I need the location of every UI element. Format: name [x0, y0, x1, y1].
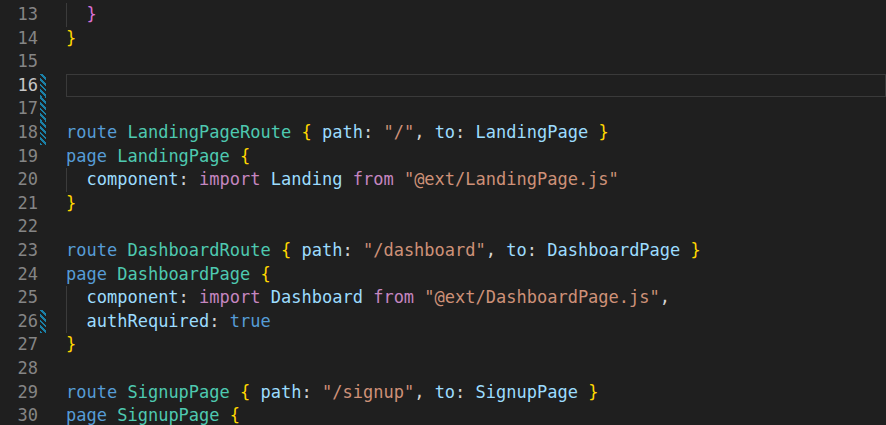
code-line-content[interactable]: }	[66, 333, 886, 357]
line-number[interactable]: 25	[0, 286, 38, 310]
code-line: 24page DashboardPage {	[0, 263, 886, 287]
code-line: 23route DashboardRoute { path: "/dashboa…	[0, 239, 886, 263]
code-token: LandingPageRoute	[127, 122, 291, 142]
line-number[interactable]: 26	[0, 310, 38, 334]
code-token	[189, 287, 199, 307]
line-number[interactable]: 13	[0, 3, 38, 27]
line-number[interactable]: 29	[0, 381, 38, 405]
code-line-content[interactable]	[66, 215, 886, 239]
code-line-content[interactable]: }	[66, 27, 886, 51]
code-token: route	[66, 122, 117, 142]
code-token: }	[691, 240, 701, 260]
code-token	[189, 169, 199, 189]
code-line: 21}	[0, 192, 886, 216]
code-line: 26 authRequired: true	[0, 310, 886, 334]
gutter-decoration	[38, 97, 66, 121]
code-token: SignupPage	[476, 382, 578, 402]
code-token: import	[199, 287, 260, 307]
code-line-content[interactable]: component: import Dashboard from "@ext/D…	[66, 286, 886, 310]
code-line-content[interactable]: authRequired: true	[66, 310, 886, 334]
code-line-content[interactable]: page SignupPage {	[66, 404, 886, 425]
code-token: :	[179, 169, 189, 189]
code-token	[363, 287, 373, 307]
code-token: to	[506, 240, 526, 260]
code-line-content[interactable]: }	[66, 3, 886, 27]
code-line: 19page LandingPage {	[0, 145, 886, 169]
indent-guide-line	[66, 168, 67, 192]
code-token: }	[598, 122, 608, 142]
line-number[interactable]: 28	[0, 357, 38, 381]
line-number[interactable]: 23	[0, 239, 38, 263]
code-token	[680, 240, 690, 260]
code-token: true	[230, 311, 271, 331]
code-line-content[interactable]: route SignupPage { path: "/signup", to: …	[66, 381, 886, 405]
line-number[interactable]: 27	[0, 333, 38, 357]
code-line: 30page SignupPage {	[0, 404, 886, 425]
code-token: path	[261, 382, 302, 402]
code-token	[414, 287, 424, 307]
code-token	[394, 169, 404, 189]
line-number[interactable]: 22	[0, 215, 38, 239]
code-token: }	[86, 4, 96, 24]
code-token: :	[342, 240, 352, 260]
code-token: path	[322, 122, 363, 142]
code-token: "/signup"	[322, 382, 414, 402]
modified-line-indicator	[40, 74, 46, 98]
code-token: from	[373, 287, 414, 307]
code-token: :	[455, 382, 465, 402]
code-line-content[interactable]: component: import Landing from "@ext/Lan…	[66, 168, 886, 192]
code-line-content[interactable]: page DashboardPage {	[66, 263, 886, 287]
code-line-content[interactable]	[66, 50, 886, 74]
code-token	[496, 240, 506, 260]
line-number[interactable]: 19	[0, 145, 38, 169]
code-token	[537, 240, 547, 260]
modified-line-indicator	[40, 310, 46, 334]
code-token	[465, 382, 475, 402]
code-line: 20 component: import Landing from "@ext/…	[0, 168, 886, 192]
code-line: 16	[0, 74, 886, 98]
gutter-decoration	[38, 121, 66, 145]
line-number[interactable]: 18	[0, 121, 38, 145]
code-token: DashboardPage	[117, 264, 250, 284]
line-number[interactable]: 16	[0, 74, 38, 98]
code-line: 14}	[0, 27, 886, 51]
line-number[interactable]: 24	[0, 263, 38, 287]
code-line-content[interactable]: }	[66, 192, 886, 216]
code-token: component	[86, 169, 178, 189]
code-token: {	[261, 264, 271, 284]
code-token	[312, 122, 322, 142]
code-editor[interactable]: 13 }14}15161718route LandingPageRoute { …	[0, 0, 886, 425]
indent-guide-line	[66, 310, 67, 334]
code-line-content[interactable]: route LandingPageRoute { path: "/", to: …	[66, 121, 886, 145]
code-token: :	[527, 240, 537, 260]
gutter-decoration	[38, 263, 66, 287]
code-token: {	[240, 146, 250, 166]
line-number[interactable]: 20	[0, 168, 38, 192]
modified-line-indicator	[40, 97, 46, 121]
line-number[interactable]: 17	[0, 97, 38, 121]
code-token: ,	[414, 382, 424, 402]
code-token	[117, 122, 127, 142]
code-line-content[interactable]	[66, 74, 886, 98]
code-token: {	[301, 122, 311, 142]
code-token	[271, 240, 281, 260]
code-line-content[interactable]: page LandingPage {	[66, 145, 886, 169]
code-line-content[interactable]	[66, 97, 886, 121]
code-token: :	[179, 287, 189, 307]
code-token	[107, 405, 117, 425]
code-token: }	[66, 193, 76, 213]
code-token	[117, 240, 127, 260]
line-number[interactable]: 15	[0, 50, 38, 74]
indent-guide-line	[66, 3, 67, 27]
code-line-content[interactable]	[66, 357, 886, 381]
code-token: Landing	[271, 169, 343, 189]
line-number[interactable]: 21	[0, 192, 38, 216]
code-token: SignupPage	[117, 405, 219, 425]
code-token: to	[435, 382, 455, 402]
code-line: 17	[0, 97, 886, 121]
line-number[interactable]: 30	[0, 404, 38, 425]
code-line-content[interactable]: route DashboardRoute { path: "/dashboard…	[66, 239, 886, 263]
line-number[interactable]: 14	[0, 27, 38, 51]
modified-line-indicator	[40, 121, 46, 145]
gutter-decoration	[38, 145, 66, 169]
